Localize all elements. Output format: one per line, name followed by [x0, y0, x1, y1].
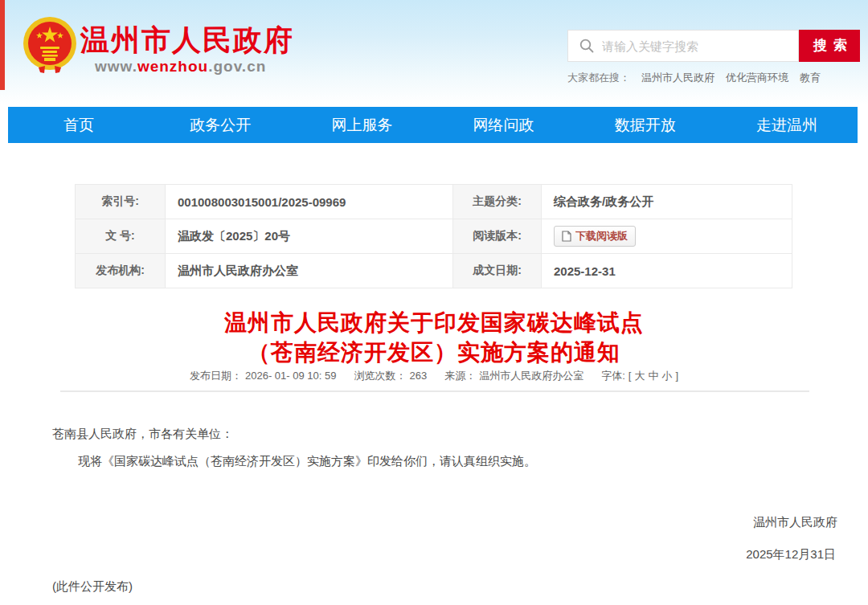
issue-date-value: 2025-12-31 — [542, 254, 792, 288]
doc-number-label: 文 号: — [76, 219, 166, 254]
nav-item-online-politics[interactable]: 网络问政 — [433, 107, 575, 143]
issuing-agency-label: 发布机构: — [76, 254, 166, 288]
hot-search-item[interactable]: 温州市人民政府 — [641, 72, 714, 84]
doc-number-value: 温政发〔2025〕20号 — [166, 219, 453, 254]
doc-info-table: 索引号: 001008003015001/2025-09969 主题分类: 综合… — [75, 184, 792, 288]
search-box — [567, 30, 799, 62]
document-title-line1: 温州市人民政府关于印发国家碳达峰试点 — [0, 308, 868, 337]
download-reading-version-button[interactable]: 下载阅读版 — [554, 226, 636, 247]
views-label: 浏览次数： — [354, 370, 406, 382]
issue-date-label: 成文日期: — [453, 254, 542, 288]
issuing-agency-value: 温州市人民政府办公室 — [166, 254, 453, 288]
publish-date-label: 发布日期： — [190, 370, 242, 382]
page: 温州市人民政府 www.wenzhou.gov.cn 搜索 大家都在搜：温州市人… — [0, 0, 868, 605]
site-header: 温州市人民政府 www.wenzhou.gov.cn 搜索 大家都在搜：温州市人… — [0, 0, 868, 104]
publish-date-value: 2026- 01- 09 10: 59 — [245, 370, 336, 382]
font-bracket-close: ] — [675, 370, 678, 382]
nav-item-online-services[interactable]: 网上服务 — [291, 107, 432, 143]
table-row: 索引号: 001008003015001/2025-09969 主题分类: 综合… — [76, 185, 792, 219]
topic-category-label: 主题分类: — [453, 185, 542, 219]
nav-item-home[interactable]: 首页 — [8, 107, 149, 143]
font-size-medium[interactable]: 中 — [648, 370, 658, 382]
main-nav: 首页 政务公开 网上服务 网络问政 数据开放 走进温州 — [8, 107, 858, 143]
hot-search-bar: 大家都在搜：温州市人民政府优化营商环境教育 — [567, 71, 821, 85]
site-title: 温州市人民政府 — [80, 21, 294, 60]
divider — [60, 390, 809, 392]
hot-search-item[interactable]: 优化营商环境 — [726, 72, 788, 84]
nav-item-gov-affairs[interactable]: 政务公开 — [149, 107, 291, 143]
source-label: 来源： — [444, 370, 476, 382]
national-emblem-icon — [23, 16, 77, 74]
index-number-label: 索引号: — [76, 185, 166, 219]
document-meta: 发布日期：2026- 01- 09 10: 59浏览次数：263来源：温州市人民… — [0, 369, 868, 383]
reading-version-label: 阅读版本: — [453, 219, 542, 254]
body-paragraph: 现将《国家碳达峰试点（苍南经济开发区）实施方案》印发给你们，请认真组织实施。 — [78, 454, 536, 469]
site-url: www.wenzhou.gov.cn — [95, 58, 266, 76]
site-url-suffix: .gov.cn — [208, 58, 266, 75]
document-icon — [562, 231, 571, 242]
public-release-note: (此件公开发布) — [52, 579, 133, 595]
signature-date: 2025年12月31日 — [746, 547, 836, 562]
document-title-line2: （苍南经济开发区）实施方案的通知 — [0, 337, 868, 367]
download-button-label: 下载阅读版 — [575, 229, 628, 243]
topic-category-value: 综合政务/政务公开 — [542, 185, 792, 219]
hot-search-label: 大家都在搜： — [567, 72, 630, 84]
views-value: 263 — [409, 370, 427, 382]
site-url-highlight: wenzhou — [137, 58, 208, 75]
search-button[interactable]: 搜索 — [799, 30, 860, 62]
salutation: 苍南县人民政府，市各有关单位： — [52, 427, 233, 442]
font-size-label: 字体: — [601, 370, 625, 382]
search-input[interactable] — [602, 31, 798, 60]
index-number-value: 001008003015001/2025-09969 — [166, 185, 453, 219]
nav-item-open-data[interactable]: 数据开放 — [575, 107, 716, 143]
font-size-large[interactable]: 大 — [634, 370, 645, 382]
font-size-small[interactable]: 小 — [661, 370, 672, 382]
signature: 温州市人民政府 — [753, 515, 837, 530]
table-row: 文 号: 温政发〔2025〕20号 阅读版本: 下载阅读版 — [76, 219, 792, 254]
site-url-prefix: www. — [95, 58, 137, 75]
font-bracket-open: [ — [628, 370, 632, 382]
left-red-strip — [0, 0, 5, 90]
reading-version-cell: 下载阅读版 — [542, 219, 792, 254]
document-title: 温州市人民政府关于印发国家碳达峰试点 （苍南经济开发区）实施方案的通知 — [0, 308, 868, 367]
search-icon — [579, 39, 594, 53]
hot-search-item[interactable]: 教育 — [800, 72, 821, 84]
nav-item-about-wenzhou[interactable]: 走进温州 — [716, 107, 858, 143]
source-value: 温州市人民政府办公室 — [479, 370, 583, 382]
table-row: 发布机构: 温州市人民政府办公室 成文日期: 2025-12-31 — [76, 254, 792, 288]
